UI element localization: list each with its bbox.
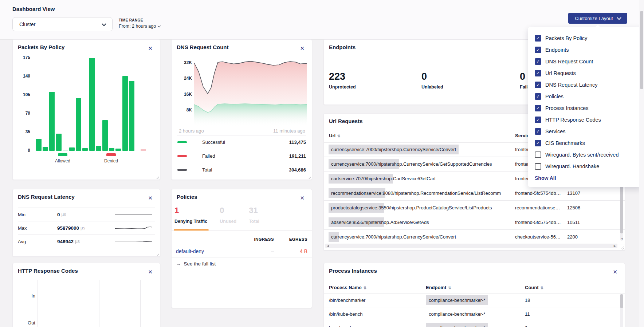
service-cell: checkoutservice-56… <box>515 230 564 244</box>
checkbox[interactable]: ✓ <box>535 105 541 111</box>
checkbox[interactable] <box>535 163 541 170</box>
policy-tab-unused[interactable]: 0Unused <box>220 206 236 224</box>
close-icon[interactable]: ✕ <box>148 195 153 201</box>
table-row[interactable]: /bin/benchmarkercompliance-benchmarker-*… <box>324 293 625 307</box>
close-icon[interactable]: ✕ <box>148 46 153 51</box>
close-icon[interactable]: ✕ <box>148 269 153 275</box>
bar[interactable] <box>43 147 48 151</box>
time-range: TIME RANGE From: 2 hours ago <box>119 18 160 29</box>
menu-item-dns-request-latency[interactable]: ✓DNS Request Latency <box>535 79 642 91</box>
checkbox[interactable]: ✓ <box>535 82 541 88</box>
bar[interactable] <box>141 149 146 151</box>
menu-item-http-response-codes[interactable]: ✓HTTP Response Codes <box>535 114 642 126</box>
latency-label: Min <box>18 212 57 217</box>
view-select[interactable]: Cluster <box>12 17 113 31</box>
see-full-list-link[interactable]: →See the full list <box>176 261 216 267</box>
menu-item-url-requests[interactable]: ✓Url Requests <box>535 67 642 79</box>
bar[interactable] <box>109 148 114 151</box>
close-icon[interactable]: ✕ <box>613 269 617 275</box>
table-row[interactable]: /bin/kube-benchcompliance-benchmarker-*1… <box>324 307 625 321</box>
menu-item-policies[interactable]: ✓Policies <box>535 91 642 102</box>
resize-handle-icon[interactable] <box>156 176 159 179</box>
menu-item-wireguard-bytes-sent-received[interactable]: Wireguard. Bytes sent/received <box>535 149 642 161</box>
bar[interactable] <box>102 120 108 151</box>
sort-icon[interactable]: ⇅ <box>448 286 451 290</box>
sort-icon[interactable]: ⇅ <box>541 286 543 290</box>
bar[interactable] <box>129 81 134 151</box>
bar[interactable] <box>115 149 121 151</box>
scrollbar-thumb[interactable] <box>620 186 623 233</box>
checkbox[interactable]: ✓ <box>535 140 541 146</box>
bar[interactable] <box>96 146 101 151</box>
resize-handle-icon[interactable] <box>621 246 624 249</box>
checkbox[interactable]: ✓ <box>535 128 541 135</box>
bar[interactable] <box>82 148 88 151</box>
menu-item-wireguard-handshake[interactable]: Wireguard. Handshake <box>535 161 642 172</box>
scrollbar-thumb[interactable] <box>620 294 623 308</box>
policy-tab-denying-traffic[interactable]: 1Denying Traffic <box>174 206 207 224</box>
url-cell: adservice:9555/hipstershop.AdService/Get… <box>329 215 513 229</box>
horizontal-scrollbar[interactable]: ◀ ▶ <box>325 244 617 248</box>
page-scrollbar[interactable] <box>639 0 644 327</box>
bar[interactable] <box>89 58 95 151</box>
checkbox[interactable]: ✓ <box>535 70 541 76</box>
url-cell: currencyservice:7000/hipstershop.Currenc… <box>329 142 513 157</box>
legend-allowed: Allowed <box>46 153 79 164</box>
menu-item-packets-by-policy[interactable]: ✓Packets By Policy <box>535 32 642 44</box>
y-tick-label: 0 <box>16 148 30 153</box>
scrollbar-thumb[interactable] <box>640 11 643 89</box>
policy-link[interactable]: default-deny <box>176 248 240 254</box>
sort-icon[interactable]: ⇅ <box>364 286 366 290</box>
bar[interactable] <box>36 139 42 151</box>
scroll-right-icon[interactable]: ▶ <box>614 244 616 248</box>
menu-item-label: Wireguard. Handshake <box>545 164 599 169</box>
menu-item-label: Process Instances <box>545 105 588 111</box>
bar[interactable] <box>56 134 62 151</box>
policy-tab-total[interactable]: 31Total <box>249 206 259 224</box>
table-header: Process Name⇅ Endpoint⇅ Count⇅ <box>324 282 625 294</box>
column-header-url[interactable]: Url⇅ <box>329 133 340 138</box>
sort-icon[interactable]: ⇅ <box>337 134 340 138</box>
bar[interactable] <box>69 147 75 151</box>
resize-handle-icon[interactable] <box>156 252 159 256</box>
checkbox[interactable]: ✓ <box>535 47 541 53</box>
table-row[interactable]: adservice:9555/hipstershop.AdService/Get… <box>324 215 625 230</box>
process-name-cell: benchmarker <box>329 321 357 327</box>
menu-item-process-instances[interactable]: ✓Process Instances <box>535 102 642 114</box>
table-row[interactable]: benchmarkercompliance-benchmarker-*9 <box>324 321 625 327</box>
count-cell: 11 <box>525 307 530 321</box>
checkbox[interactable] <box>535 151 541 158</box>
show-all-link[interactable]: Show All <box>535 175 642 181</box>
y-tick-label: 140 <box>16 74 30 79</box>
close-icon[interactable]: ✕ <box>300 46 305 51</box>
time-range-value[interactable]: From: 2 hours ago <box>119 24 160 29</box>
bar[interactable] <box>76 98 81 151</box>
menu-item-dns-request-count[interactable]: ✓DNS Request Count <box>535 56 642 67</box>
menu-item-cis-benchmarks[interactable]: ✓CIS Benchmarks <box>535 137 642 149</box>
bar[interactable] <box>63 150 68 151</box>
vertical-scrollbar[interactable] <box>620 293 623 327</box>
table-row[interactable]: recommendationservice:8080/hipstershop.R… <box>324 186 625 201</box>
customize-layout-button[interactable]: Customize Layout <box>568 13 627 24</box>
chart-legend: Successful113,475Failed191,211Total304,6… <box>177 135 306 177</box>
column-header-endpoint[interactable]: Endpoint⇅ <box>426 285 451 290</box>
menu-item-endpoints[interactable]: ✓Endpoints <box>535 44 642 56</box>
bar[interactable] <box>49 92 55 151</box>
column-header-count[interactable]: Count⇅ <box>525 285 543 290</box>
scroll-left-icon[interactable]: ◀ <box>327 244 329 248</box>
checkbox[interactable]: ✓ <box>535 117 541 123</box>
tab-count: 31 <box>249 206 259 215</box>
table-row[interactable]: productcatalogservice:3550/hipstershop.P… <box>324 201 625 215</box>
bar[interactable] <box>122 76 128 151</box>
checkbox[interactable]: ✓ <box>535 35 541 42</box>
table-row[interactable]: currencyservice:7000/hipstershop.Currenc… <box>324 230 625 244</box>
scroll-down-icon[interactable]: ▼ <box>621 237 624 241</box>
widget-process-instances: Process Instances ✕ Process Name⇅ Endpoi… <box>323 263 625 327</box>
menu-item-services[interactable]: ✓Services <box>535 126 642 137</box>
checkbox[interactable]: ✓ <box>535 58 541 65</box>
close-icon[interactable]: ✕ <box>300 195 305 201</box>
column-header-process-name[interactable]: Process Name⇅ <box>329 285 366 290</box>
checkbox[interactable]: ✓ <box>535 93 541 100</box>
resize-handle-icon[interactable] <box>308 176 311 179</box>
count-cell: 13107 <box>567 186 593 200</box>
